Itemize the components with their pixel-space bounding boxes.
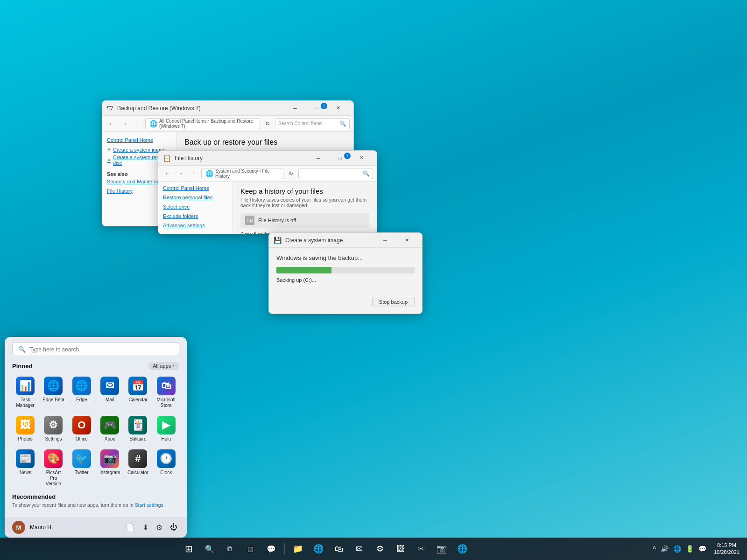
pinned-label-0: Task Manager xyxy=(14,397,36,408)
settings-footer-icon[interactable]: ⚙ xyxy=(154,521,164,534)
fh-select-drive[interactable]: Select drive xyxy=(163,204,228,210)
pinned-icon-12: 📰 xyxy=(16,449,35,468)
pinned-item-mail[interactable]: ✉Mail xyxy=(97,374,123,411)
taskbar-tray: ^ 🔊 🌐 🔋 💬 xyxy=(651,544,708,553)
file-history-controls: ─ □ ✕ xyxy=(308,151,372,166)
file-history-title: File History xyxy=(175,155,304,161)
fh-forward[interactable]: → xyxy=(175,168,186,179)
all-apps-button[interactable]: All apps › xyxy=(148,362,179,370)
mail-taskbar[interactable]: ✉ xyxy=(350,539,369,558)
pinned-item-edge-beta[interactable]: 🌐Edge Beta xyxy=(40,374,66,411)
pinned-header: Pinned All apps › xyxy=(12,362,179,370)
photos-taskbar[interactable]: 🖼 xyxy=(391,539,410,558)
pinned-item-picsart-pro-version[interactable]: 🎨PicsArt Pro Version xyxy=(40,447,66,490)
taskbar-clock[interactable]: 8:15 PM 10/28/2021 xyxy=(710,542,743,556)
taskbar-right: ^ 🔊 🌐 🔋 💬 8:15 PM 10/28/2021 xyxy=(651,542,747,556)
fh-back[interactable]: ← xyxy=(162,168,173,179)
stop-backup-button[interactable]: Stop backup xyxy=(372,297,415,307)
fh-close[interactable]: ✕ xyxy=(351,151,372,166)
backup-restore-title: Backup and Restore (Windows 7) xyxy=(117,105,281,112)
pinned-icon-8: O xyxy=(72,416,91,434)
camera-taskbar[interactable]: 📷 xyxy=(432,539,451,558)
si-progress-fill xyxy=(276,267,331,273)
power-footer-icon[interactable]: ⏻ xyxy=(168,521,179,534)
pinned-item-instagram[interactable]: 📷Instagram xyxy=(97,447,123,490)
pinned-label-5: Microsoft Store xyxy=(155,397,177,408)
file-footer-icon[interactable]: 📄 xyxy=(124,521,137,534)
si-title: Create a system image xyxy=(285,237,371,244)
si-close[interactable]: ✕ xyxy=(396,233,417,248)
start-search-input[interactable] xyxy=(29,346,173,353)
fh-minimize[interactable]: ─ xyxy=(308,151,329,166)
pinned-icon-1: 🌐 xyxy=(44,377,63,395)
network-tray[interactable]: 🌐 xyxy=(671,544,683,553)
pinned-item-photos[interactable]: 🖼Photos xyxy=(12,413,38,445)
pinned-label-11: Hulu xyxy=(162,436,171,442)
pinned-item-solitaire[interactable]: 🃏Solitaire xyxy=(125,413,151,445)
si-footer: Stop backup xyxy=(276,297,415,307)
pinned-item-clock[interactable]: 🕐Clock xyxy=(153,447,179,490)
pinned-item-microsoft-store[interactable]: 🛍Microsoft Store xyxy=(153,374,179,411)
back-btn[interactable]: ← xyxy=(106,118,117,129)
file-explorer-taskbar[interactable]: 📁 xyxy=(289,539,307,558)
notifications-tray[interactable]: 💬 xyxy=(697,544,708,553)
battery-tray[interactable]: 🔋 xyxy=(684,544,696,553)
start-button[interactable]: ⊞ xyxy=(180,539,198,558)
fh-restore-files[interactable]: Restore personal files xyxy=(163,195,228,200)
pinned-item-calculator[interactable]: #Calculator xyxy=(125,447,151,490)
pinned-icon-13: 🎨 xyxy=(44,449,63,468)
pinned-item-task-manager[interactable]: 📊Task Manager xyxy=(12,374,38,411)
pinned-item-news[interactable]: 📰News xyxy=(12,447,38,490)
pinned-item-twitter[interactable]: 🐦Twitter xyxy=(69,447,95,490)
backup-restore-controls: ─ □ ✕ xyxy=(284,101,349,116)
control-panel-home-link[interactable]: Control Panel Home xyxy=(107,137,172,143)
fh-refresh[interactable]: ↻ xyxy=(285,168,296,179)
volume-tray[interactable]: 🔊 xyxy=(659,544,670,553)
refresh-btn[interactable]: ↻ xyxy=(262,118,273,129)
show-hidden-tray[interactable]: ^ xyxy=(651,544,658,553)
backup-restore-titlebar: 🛡 Backup and Restore (Windows 7) ─ □ ✕ xyxy=(102,101,353,116)
pinned-icon-0: 📊 xyxy=(16,377,35,395)
start-settings-link[interactable]: Start settings xyxy=(135,502,163,508)
backup-restore-close[interactable]: ✕ xyxy=(327,101,349,116)
teams-chat-button[interactable]: 💬 xyxy=(262,539,281,558)
fh-up[interactable]: ↑ xyxy=(188,168,199,179)
forward-btn[interactable]: → xyxy=(119,118,130,129)
pinned-label-15: Instagram xyxy=(99,470,120,476)
more-taskbar-items[interactable]: 🌐 xyxy=(453,539,472,558)
fh-search[interactable]: 🔍 xyxy=(298,168,373,179)
fh-control-panel-home[interactable]: Control Panel Home xyxy=(163,185,228,191)
file-history-titlebar: 📋 File History ─ □ ✕ xyxy=(158,151,377,166)
pinned-item-hulu[interactable]: ▶Hulu xyxy=(153,413,179,445)
fh-exclude-folders[interactable]: Exclude folders xyxy=(163,213,228,219)
widgets-button[interactable]: ▦ xyxy=(241,539,260,558)
create-system-image-window: 💾 Create a system image ─ ✕ Windows is s… xyxy=(268,232,423,314)
settings-taskbar[interactable]: ⚙ xyxy=(371,539,389,558)
download-footer-icon[interactable]: ⬇ xyxy=(141,521,150,534)
search-taskbar-button[interactable]: 🔍 xyxy=(200,539,219,558)
pinned-item-calendar[interactable]: 📅Calendar xyxy=(125,374,151,411)
edge-taskbar[interactable]: 🌐 xyxy=(309,539,328,558)
system-image-icon: ✦ xyxy=(107,147,111,153)
pinned-item-office[interactable]: OOffice xyxy=(69,413,95,445)
up-btn[interactable]: ↑ xyxy=(132,118,143,129)
store-taskbar[interactable]: 🛍 xyxy=(330,539,348,558)
si-saving-text: Windows is saving the backup... xyxy=(276,254,415,261)
fh-search-icon: 🔍 xyxy=(363,170,370,177)
pinned-item-xbox[interactable]: 🎮Xbox xyxy=(97,413,123,445)
backup-restore-minimize[interactable]: ─ xyxy=(284,101,306,116)
pinned-icon-5: 🛍 xyxy=(157,377,176,395)
snip-taskbar[interactable]: ✂ xyxy=(412,539,430,558)
start-menu-search-bar[interactable]: 🔍 xyxy=(12,343,179,356)
search-box[interactable]: Search Control Panel 🔍 xyxy=(275,118,350,129)
breadcrumb[interactable]: 🌐 All Control Panel Items › Backup and R… xyxy=(145,118,260,129)
pinned-item-settings[interactable]: ⚙Settings xyxy=(40,413,66,445)
si-minimize[interactable]: ─ xyxy=(374,233,396,248)
taskbar-left: ⊞ 🔍 ⧉ ▦ 💬 📁 🌐 🛍 ✉ ⚙ 🖼 ✂ 📷 🌐 xyxy=(0,539,651,558)
pinned-icon-4: 📅 xyxy=(128,377,147,395)
fh-breadcrumb[interactable]: 🌐 System and Security › File History xyxy=(201,168,283,179)
pinned-item-edge[interactable]: 🌐Edge xyxy=(69,374,95,411)
task-view-button[interactable]: ⧉ xyxy=(221,539,240,558)
fh-status-icon: HD xyxy=(245,216,254,225)
fh-advanced-settings[interactable]: Advanced settings xyxy=(163,223,228,228)
